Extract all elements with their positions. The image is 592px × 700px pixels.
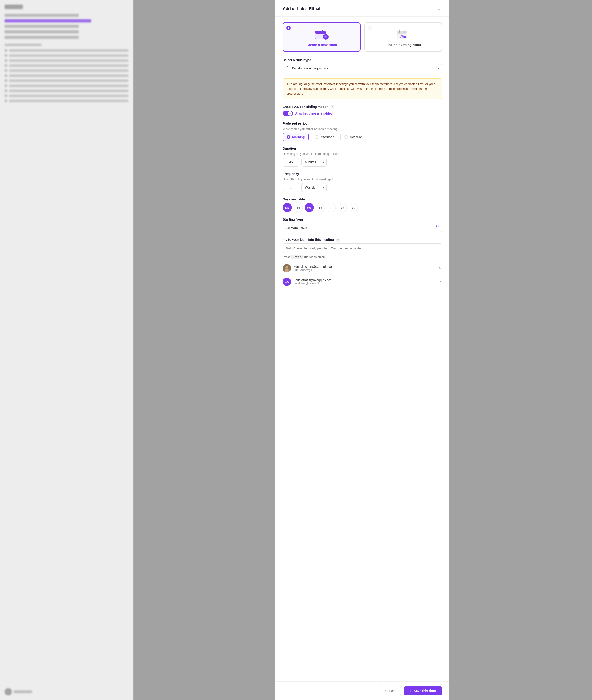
invite-hint: Press Enter after each email.: [283, 255, 442, 259]
nav-item-3: [5, 25, 79, 28]
period-not-sure-radio: [344, 135, 348, 139]
nav-item-1: [5, 14, 79, 17]
day-friday[interactable]: Fr: [327, 203, 336, 212]
day-monday[interactable]: Mo: [283, 203, 292, 212]
member-1-role: CTO @meety.ai: [294, 268, 436, 272]
invite-label: Invite your team into this meeting ?: [283, 238, 442, 242]
period-afternoon-radio: [315, 135, 318, 139]
nav-item-2: [5, 19, 91, 22]
list-item-1: [5, 49, 128, 52]
preferred-period-sublabel: When would you rather have this meeting?: [283, 127, 442, 131]
app-logo: [5, 5, 23, 9]
nav-item-5: [5, 36, 79, 39]
save-label: Save this ritual: [414, 689, 437, 693]
modal-footer: Cancel ✓ Save this ritual: [276, 682, 449, 700]
frequency-unit-chevron-icon: ▾: [323, 186, 325, 189]
svg-point-21: [286, 266, 288, 269]
ai-scheduling-help-icon[interactable]: ?: [331, 105, 334, 109]
enter-badge: Enter: [291, 255, 303, 259]
list-item-8: [5, 84, 128, 87]
period-not-sure-label: Not sure: [350, 135, 362, 139]
modal-title: Add or link a Ritual: [283, 6, 320, 11]
days-available-label: Days available: [283, 197, 442, 201]
day-tuesday[interactable]: Tu: [294, 203, 303, 212]
preferred-period-section: Preferred period When would you rather h…: [283, 121, 442, 141]
date-input-wrapper: [283, 223, 442, 232]
invite-section: Invite your team into this meeting ? Pre…: [283, 238, 442, 288]
frequency-unit-wrapper: Daily Weekly Bi-weekly Monthly ▾: [301, 183, 327, 192]
list-item-11: [5, 99, 128, 102]
member-1-email: kenzi.lawson@example.com: [294, 265, 436, 268]
user-avatar-area: [5, 688, 32, 695]
ritual-type-select[interactable]: Backlog grooming session 1-1 meeting Tea…: [283, 64, 442, 73]
days-row: Mo Tu We Th Fr Sa: [283, 203, 442, 212]
invite-email-input[interactable]: [283, 244, 442, 253]
frequency-sublabel: How often do you want this meetings?: [283, 178, 442, 181]
period-options: Morning Afternoon Not sure: [283, 133, 442, 141]
list-item-7: [5, 79, 128, 82]
create-card-radio: [286, 26, 291, 30]
starting-from-section: Starting from: [283, 217, 442, 232]
svg-rect-14: [286, 67, 289, 69]
frequency-section: Frequency How often do you want this mee…: [283, 172, 442, 192]
svg-rect-8: [397, 31, 407, 34]
duration-sublabel: How long do you want this meeting to las…: [283, 152, 442, 155]
invite-help-icon[interactable]: ?: [336, 238, 340, 242]
frequency-label: Frequency: [283, 172, 442, 176]
period-morning[interactable]: Morning: [283, 133, 309, 141]
member-1-remove-button[interactable]: ×: [438, 265, 442, 271]
modal-body: Create a new ritual Link an: [276, 17, 449, 682]
member-2-info: Leila.atrassi@waggle.com Lead dev @meety…: [294, 278, 436, 285]
ritual-type-section: Select a ritual type Backlog grooming se…: [283, 58, 442, 73]
frequency-value-input[interactable]: [283, 183, 299, 192]
starting-from-input[interactable]: [283, 223, 442, 232]
starting-from-label: Starting from: [283, 217, 442, 221]
info-box-text: 1-1s are arguably the most important mee…: [287, 82, 438, 96]
info-box: 1-1s are arguably the most important mee…: [283, 78, 442, 99]
ai-scheduling-toggle[interactable]: ✓: [283, 111, 293, 116]
day-saturday[interactable]: Sa: [338, 203, 347, 212]
cancel-button[interactable]: Cancel: [380, 686, 401, 695]
create-new-ritual-card[interactable]: Create a new ritual: [283, 22, 361, 52]
frequency-input-row: Daily Weekly Bi-weekly Monthly ▾: [283, 183, 442, 192]
duration-input-row: Minutes Hours ▾: [283, 158, 442, 166]
day-wednesday[interactable]: We: [305, 203, 314, 212]
rituals-section: [5, 44, 128, 102]
invited-members-list: kenzi.lawson@example.com CTO @meety.ai ×…: [283, 262, 442, 288]
days-available-section: Days available Mo Tu We Th Fr: [283, 197, 442, 212]
invited-member-2: LA Leila.atrassi@waggle.com Lead dev @me…: [283, 275, 442, 288]
member-2-role: Lead dev @meety.ai: [294, 282, 436, 285]
close-button[interactable]: ×: [436, 5, 442, 12]
modal-dialog: Add or link a Ritual ×: [276, 0, 449, 700]
list-item-9: [5, 89, 128, 92]
duration-unit-chevron-icon: ▾: [323, 160, 325, 164]
duration-value-input[interactable]: [283, 158, 299, 166]
member-2-email: Leila.atrassi@waggle.com: [294, 278, 436, 282]
period-morning-radio: [287, 135, 290, 139]
ritual-type-label: Select a ritual type: [283, 58, 442, 62]
link-card-radio: [368, 26, 372, 30]
duration-label: Duration: [283, 147, 442, 150]
period-afternoon[interactable]: Afternoon: [311, 133, 338, 141]
modal-header: Add or link a Ritual ×: [276, 0, 449, 17]
day-thursday[interactable]: Th: [316, 203, 325, 212]
day-sunday[interactable]: Su: [349, 203, 358, 212]
svg-rect-1: [315, 31, 325, 34]
period-not-sure[interactable]: Not sure: [340, 133, 366, 141]
member-2-remove-button[interactable]: ×: [438, 279, 442, 285]
section-title: [5, 44, 42, 46]
period-morning-label: Morning: [292, 135, 305, 139]
preferred-period-label: Preferred period: [283, 121, 442, 125]
list-item-5: [5, 69, 128, 72]
ai-scheduling-label: Enable A.I. scheduling mode? ?: [283, 105, 442, 109]
ai-scheduling-enabled-label: AI scheduling is enabled: [295, 111, 333, 115]
save-check-icon: ✓: [409, 689, 412, 693]
create-card-label: Create a new ritual: [306, 43, 337, 47]
save-ritual-button[interactable]: ✓ Save this ritual: [404, 687, 442, 695]
member-2-avatar: LA: [283, 278, 291, 286]
list-item-6: [5, 74, 128, 77]
list-item-10: [5, 94, 128, 97]
list-item-2: [5, 54, 128, 57]
link-existing-ritual-card[interactable]: Link an existing ritual: [364, 22, 442, 52]
ritual-type-icon: [286, 66, 290, 71]
